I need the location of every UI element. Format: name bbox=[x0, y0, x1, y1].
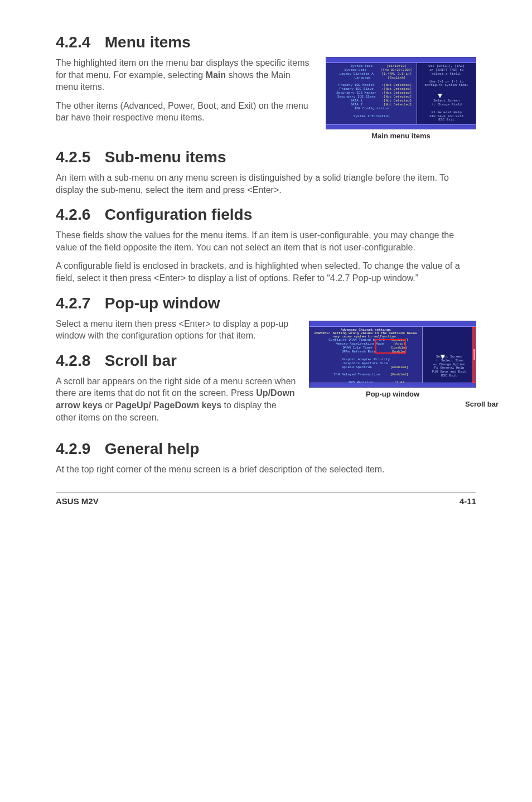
heading-num: 4.2.7 bbox=[56, 294, 100, 312]
caption-scrollbar: Scroll bar bbox=[465, 400, 499, 408]
heading-title: General help bbox=[105, 440, 200, 457]
text-bold: Main bbox=[206, 70, 226, 80]
s426-p1: These fields show the values for the men… bbox=[56, 229, 476, 253]
s426-p2: A configurable field is enclosed in brac… bbox=[56, 260, 476, 284]
caption-popup: Pop-up window bbox=[309, 390, 476, 398]
scrollbar-thumb[interactable] bbox=[473, 349, 476, 360]
heading-428: 4.2.8 Scroll bar bbox=[56, 352, 298, 370]
heading-424: 4.2.4 Menu items bbox=[56, 33, 476, 51]
heading-title: Pop-up window bbox=[105, 294, 220, 312]
text: or bbox=[103, 400, 115, 410]
heading-title: Menu items bbox=[105, 33, 191, 51]
s427-p1: Select a menu item then press <Enter> to… bbox=[56, 318, 298, 342]
heading-426: 4.2.6 Configuration fields bbox=[56, 206, 476, 224]
bios-popup-screenshot: Advanced Chipset settingsWARNING: Settin… bbox=[309, 321, 476, 388]
s429-p1: At the top right corner of the menu scre… bbox=[56, 463, 476, 476]
heading-title: Scroll bar bbox=[105, 352, 177, 369]
heading-title: Configuration fields bbox=[105, 206, 252, 223]
text-bold: PageUp/ PageDown keys bbox=[115, 400, 221, 410]
heading-num: 4.2.4 bbox=[56, 33, 100, 51]
s428-p1: A scroll bar appears on the right side o… bbox=[56, 375, 298, 423]
heading-429: 4.2.9 General help bbox=[56, 440, 476, 458]
heading-425: 4.2.5 Sub-menu items bbox=[56, 148, 476, 166]
s425-p1: An item with a sub-menu on any menu scre… bbox=[56, 172, 476, 196]
heading-427: 4.2.7 Pop-up window bbox=[56, 294, 476, 312]
s424-p2: The other items (Advanced, Power, Boot, … bbox=[56, 100, 315, 124]
heading-num: 4.2.8 bbox=[56, 352, 100, 370]
heading-num: 4.2.5 bbox=[56, 148, 100, 166]
heading-num: 4.2.6 bbox=[56, 206, 100, 224]
caption-main-menu: Main menu items bbox=[326, 132, 476, 140]
heading-num: 4.2.9 bbox=[56, 440, 100, 458]
footer-right: 4-11 bbox=[460, 496, 476, 506]
heading-title: Sub-menu items bbox=[105, 148, 226, 166]
bios-main-screenshot: System Time[11:10:19]System Date[Thu 03/… bbox=[326, 57, 476, 129]
footer: ASUS M2V 4-11 bbox=[56, 492, 476, 506]
s424-p1: The highlighted item on the menu bar dis… bbox=[56, 57, 315, 93]
footer-left: ASUS M2V bbox=[56, 496, 99, 506]
